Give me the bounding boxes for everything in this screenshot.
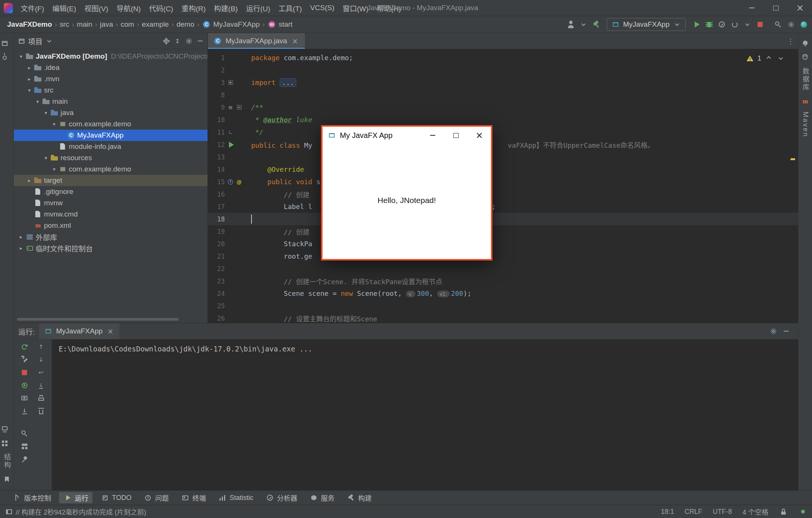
tree-chevron[interactable] xyxy=(50,166,58,172)
down-icon[interactable] xyxy=(36,355,45,364)
status-widget[interactable]: 18:1 xyxy=(661,508,674,516)
tree-item[interactable]: mvnw.cmd xyxy=(14,209,208,220)
scrollbar-warning-mark[interactable] xyxy=(791,158,795,160)
bookmark-icon[interactable] xyxy=(2,475,11,484)
at-icon[interactable] xyxy=(235,178,243,186)
javafx-window-titlebar[interactable]: My JavaFX App xyxy=(323,127,491,144)
hammer-icon[interactable] xyxy=(592,20,601,29)
grid-icon[interactable] xyxy=(0,439,9,448)
menu-item[interactable]: 视图(V) xyxy=(80,0,112,16)
breadcrumb-item[interactable]: src xyxy=(59,20,70,29)
breadcrumb-item[interactable]: main xyxy=(76,20,93,29)
menu-item[interactable]: 编辑(E) xyxy=(48,0,80,16)
commit-icon[interactable] xyxy=(0,53,9,62)
tool-stripe-label[interactable]: 数据库 xyxy=(800,68,810,91)
win-close-icon[interactable] xyxy=(468,127,491,144)
maven-icon[interactable] xyxy=(801,97,810,106)
breadcrumb-item[interactable]: demo xyxy=(175,20,195,29)
code-line[interactable]: 15 public void s xyxy=(208,176,798,188)
settings-icon[interactable] xyxy=(786,20,795,29)
status-widget[interactable]: 4 个空格 xyxy=(742,507,768,516)
code-line[interactable]: 3import ... xyxy=(208,76,798,89)
settings-icon[interactable] xyxy=(184,36,193,45)
tree-chevron[interactable] xyxy=(50,121,58,127)
code-line[interactable]: 23 // 创建一个Scene. 并将StackPane设置为根节点 xyxy=(208,275,798,287)
run-console[interactable]: E:\Downloads\CodesDownloads\jdk\jdk-17.0… xyxy=(52,339,798,490)
menu-item[interactable]: 文件(F) xyxy=(17,0,48,16)
menu-item[interactable]: 运行(U) xyxy=(242,0,274,16)
camera-icon[interactable] xyxy=(20,394,29,403)
project-icon[interactable] xyxy=(0,39,9,48)
run-configuration-select[interactable]: MyJavaFXApp xyxy=(607,18,686,31)
code-line[interactable]: 13 xyxy=(208,151,798,163)
tree-item[interactable]: resources xyxy=(14,152,208,164)
tree-item[interactable]: 临时文件和控制台 xyxy=(14,242,208,254)
horizontal-scrollbar[interactable] xyxy=(17,318,179,321)
editor-tab[interactable]: MyJavaFXApp.java xyxy=(208,33,305,49)
tree-item[interactable]: MyJavaFXApp xyxy=(14,130,208,141)
wrench-icon[interactable] xyxy=(20,355,29,364)
code-line[interactable]: 22 xyxy=(208,262,798,275)
code-line[interactable]: 25 xyxy=(208,300,798,312)
close-icon[interactable] xyxy=(106,327,115,336)
toolwindow-button[interactable]: 运行 xyxy=(59,492,92,503)
codewithme-icon[interactable] xyxy=(799,20,808,29)
run-tab[interactable]: MyJavaFXApp xyxy=(39,323,120,339)
tree-item[interactable]: com.example.demo xyxy=(14,164,208,175)
tool-stripe-label[interactable]: Maven xyxy=(801,112,809,138)
override-icon[interactable] xyxy=(226,178,235,186)
menu-item[interactable]: 构建(B) xyxy=(210,0,242,16)
stop-icon[interactable] xyxy=(20,368,29,377)
database-icon[interactable] xyxy=(801,53,810,62)
code-line[interactable]: 12public class My vaFXApp】不符合UpperCamelC… xyxy=(208,138,798,151)
code-line[interactable]: 21 root.ge xyxy=(208,250,798,262)
tree-item[interactable]: main xyxy=(14,96,208,107)
run-icon[interactable] xyxy=(226,141,235,149)
tree-item[interactable]: module-info.java xyxy=(14,141,208,152)
status-widget[interactable]: UTF-8 xyxy=(713,508,732,516)
tree-chevron[interactable] xyxy=(17,245,25,251)
win-close-icon[interactable] xyxy=(788,0,812,16)
close-icon[interactable] xyxy=(291,36,300,45)
fold-minus-icon[interactable] xyxy=(235,103,243,112)
toolwin-icon[interactable] xyxy=(5,507,14,516)
menu-item[interactable]: 工具(T) xyxy=(274,0,306,16)
code-line[interactable]: 1package com.example.demo; xyxy=(208,51,798,64)
more-icon[interactable] xyxy=(786,36,795,45)
tree-item[interactable]: src xyxy=(14,85,208,96)
menu-item[interactable]: 代码(C) xyxy=(145,0,177,16)
chevron-down-icon[interactable] xyxy=(776,54,785,63)
tree-item[interactable]: com.example.demo xyxy=(14,118,208,130)
tool-stripe-label[interactable]: 结构 xyxy=(2,453,12,469)
rerun-icon[interactable] xyxy=(20,342,29,351)
menu-item[interactable]: 重构(R) xyxy=(177,0,210,16)
profiler-icon[interactable] xyxy=(717,20,726,29)
menu-item[interactable]: VCS(S) xyxy=(306,0,338,16)
code-line[interactable]: 17 Label l ); xyxy=(208,200,798,213)
inspection-widget[interactable]: 1 xyxy=(745,54,785,63)
tree-item[interactable]: JavaFXDemo [Demo]D:\IDEAProjects\JCNCPro… xyxy=(14,51,208,62)
tree-item[interactable]: target xyxy=(14,175,208,186)
tree-item[interactable]: java xyxy=(14,107,208,118)
tree-item[interactable]: .gitignore xyxy=(14,186,208,197)
code-line[interactable]: 11 */ xyxy=(208,126,798,138)
fold-plus-icon[interactable] xyxy=(226,79,235,87)
crosshair-icon[interactable] xyxy=(162,36,171,45)
code-line[interactable]: 24 Scene scene = new Scene(root, v:300, … xyxy=(208,287,798,300)
pin-icon[interactable] xyxy=(20,454,29,463)
chevron-up-icon[interactable] xyxy=(764,54,773,63)
scrollend-icon[interactable] xyxy=(36,381,45,390)
tree-chevron[interactable] xyxy=(42,155,50,161)
breadcrumb-item[interactable]: start xyxy=(266,20,294,29)
code-line[interactable]: 14 @Override xyxy=(208,163,798,176)
breadcrumb-item[interactable]: com xyxy=(120,20,135,29)
tree-chevron[interactable] xyxy=(42,110,50,116)
collapse-all-icon[interactable] xyxy=(173,36,182,45)
breadcrumb-item[interactable]: MyJavaFXApp xyxy=(201,20,261,29)
win-max-icon[interactable] xyxy=(444,127,468,144)
toolwindow-button[interactable]: TODO xyxy=(96,492,136,503)
coverage-icon[interactable] xyxy=(730,20,739,29)
toolwindow-button[interactable]: 构建 xyxy=(342,492,376,503)
debug-icon[interactable] xyxy=(704,20,714,29)
code-line[interactable]: 9/** xyxy=(208,101,798,114)
